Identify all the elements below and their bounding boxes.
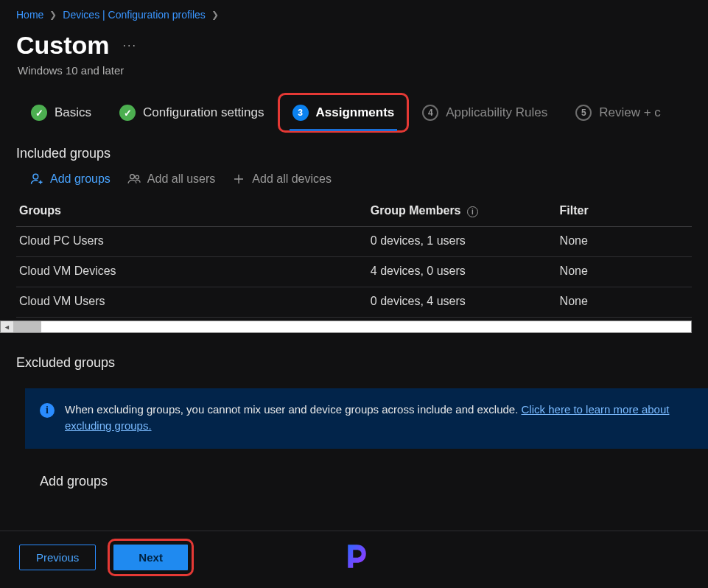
cell-filter: None — [557, 287, 692, 318]
chevron-right-icon: ❯ — [211, 10, 219, 20]
cell-filter: None — [557, 227, 692, 257]
step-basics[interactable]: ✓ Basics — [24, 99, 99, 127]
step-applicability-rules[interactable]: 4 Applicability Rules — [415, 99, 555, 127]
svg-point-0 — [33, 174, 38, 179]
cell-filter: None — [557, 257, 692, 287]
logo-icon — [339, 541, 370, 572]
svg-point-1 — [130, 175, 134, 179]
add-all-users-button[interactable]: Add all users — [127, 172, 216, 186]
cell-group-name: Cloud VM Devices — [16, 257, 368, 287]
breadcrumb-home[interactable]: Home — [16, 9, 43, 21]
next-button[interactable]: Next — [113, 545, 188, 570]
footer: Previous Next — [0, 531, 708, 588]
info-banner-text: When excluding groups, you cannot mix us… — [65, 402, 693, 434]
page-subtitle: Windows 10 and later — [0, 63, 708, 94]
step-label: Review + c — [599, 105, 661, 120]
step-assignments[interactable]: 3 Assignments — [285, 99, 402, 127]
column-groups[interactable]: Groups — [16, 197, 368, 227]
wizard-steps: ✓ Basics ✓ Configuration settings 3 Assi… — [0, 94, 708, 140]
add-all-devices-button[interactable]: Add all devices — [231, 172, 332, 186]
cell-group-name: Cloud VM Users — [16, 287, 368, 318]
chevron-right-icon: ❯ — [49, 10, 57, 20]
action-label: Add groups — [50, 172, 111, 186]
scrollbar-track[interactable] — [41, 321, 691, 332]
excluded-groups-heading: Excluded groups — [0, 333, 708, 379]
info-icon: i — [40, 403, 55, 418]
plus-icon — [231, 172, 246, 186]
column-filter[interactable]: Filter — [557, 197, 692, 227]
check-icon: ✓ — [31, 105, 47, 121]
breadcrumb: Home ❯ Devices | Configuration profiles … — [0, 0, 708, 21]
included-groups-heading: Included groups — [0, 140, 708, 169]
step-label: Basics — [55, 105, 91, 120]
cell-group-name: Cloud PC Users — [16, 227, 368, 257]
step-number-icon: 4 — [422, 105, 438, 121]
users-icon — [127, 172, 141, 186]
step-label: Assignments — [316, 105, 395, 120]
table-row[interactable]: Cloud VM Users0 devices, 4 usersNone — [16, 287, 692, 318]
previous-button[interactable]: Previous — [19, 545, 96, 570]
cell-group-members: 0 devices, 4 users — [368, 287, 557, 318]
horizontal-scrollbar[interactable]: ◄ — [0, 321, 692, 333]
svg-point-2 — [136, 175, 139, 179]
step-label: Applicability Rules — [446, 105, 547, 120]
active-step-underline — [290, 129, 398, 131]
step-label: Configuration settings — [143, 105, 264, 120]
check-icon: ✓ — [119, 105, 136, 121]
included-groups-table: Groups Group Members i Filter Cloud PC U… — [16, 197, 692, 318]
table-row[interactable]: Cloud PC Users0 devices, 1 usersNone — [16, 227, 692, 257]
included-actions: Add groups Add all users Add all devices — [0, 169, 708, 197]
cell-group-members: 0 devices, 1 users — [368, 227, 557, 257]
breadcrumb-devices[interactable]: Devices | Configuration profiles — [63, 9, 206, 21]
add-person-icon — [29, 172, 44, 186]
info-icon[interactable]: i — [467, 206, 478, 217]
scroll-left-icon[interactable]: ◄ — [1, 321, 13, 332]
add-groups-button[interactable]: Add groups — [29, 172, 111, 186]
action-label: Add all devices — [252, 172, 332, 186]
step-number-icon: 5 — [575, 105, 592, 121]
more-options-icon[interactable]: ··· — [123, 39, 137, 52]
step-number-icon: 3 — [292, 105, 309, 121]
step-review[interactable]: 5 Review + c — [568, 99, 668, 127]
table-row[interactable]: Cloud VM Devices4 devices, 0 usersNone — [16, 257, 692, 287]
step-configuration-settings[interactable]: ✓ Configuration settings — [112, 99, 271, 127]
excluded-add-groups[interactable]: Add groups — [0, 449, 708, 489]
info-banner: i When excluding groups, you cannot mix … — [25, 388, 708, 449]
cell-group-members: 4 devices, 0 users — [368, 257, 557, 287]
page-title: Custom — [16, 31, 110, 60]
action-label: Add all users — [147, 172, 216, 186]
column-group-members[interactable]: Group Members i — [368, 197, 557, 227]
